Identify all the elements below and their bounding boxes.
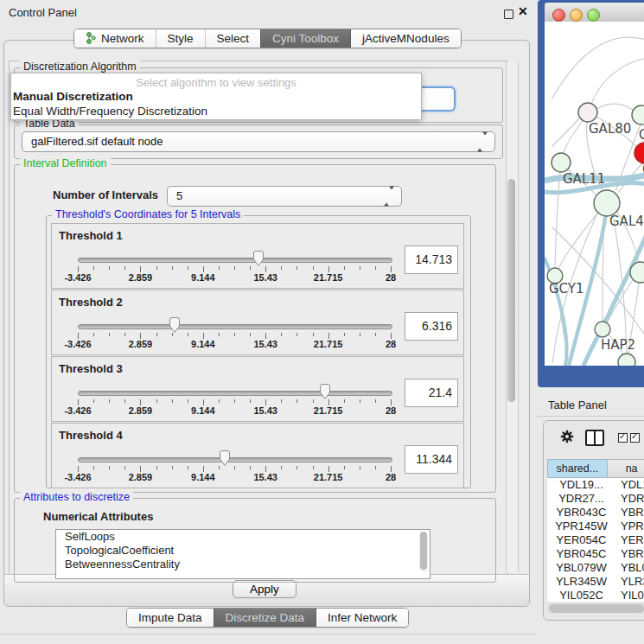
table-row[interactable]: YDL19...YDL1 [547,478,644,492]
table-header-row: shared...na [547,459,644,478]
zoom-traffic-icon[interactable] [587,9,600,22]
network-canvas[interactable]: GAL80GACGAL11GAL4GCY1HHAP2 [545,22,644,366]
table-row[interactable]: YLR345WYLR3 [547,575,644,589]
node-HAP2[interactable] [595,322,610,337]
panel-scrollbar[interactable] [506,61,519,572]
numerical-attributes-list[interactable]: SelfLoopsTopologicalCoefficientBetweenne… [55,529,430,579]
table-row[interactable]: YBR045CYBR0 [547,547,644,561]
major-tick [203,466,204,472]
attribute-item[interactable]: BetweennessCentrality [56,558,430,571]
tab-network[interactable]: Network [74,29,156,48]
tab-infer-network[interactable]: Infer Network [316,609,408,627]
threshold-label: Threshold 2 [59,296,123,309]
cell-name: YPR1 [615,520,644,533]
node-GAL80[interactable] [578,103,597,122]
major-tick [391,399,392,405]
edge[interactable] [555,171,560,268]
close-traffic-icon[interactable] [552,9,565,22]
minor-tick [250,466,251,469]
minor-tick [281,399,282,403]
slider-track[interactable] [78,457,392,462]
panel-scrollbar-thumb[interactable] [507,179,515,402]
algorithm-option-1[interactable]: Manual Discretization [13,90,133,103]
threshold-value-field[interactable]: 14.713 [405,245,458,274]
tick-label: -3.426 [64,405,91,416]
table-row[interactable]: YBL079WYBL0 [547,561,644,575]
stepper-icon [384,190,394,203]
tab-jactivemnodules[interactable]: jActiveMNodules [350,29,461,48]
minor-tick [172,399,173,403]
list-scrollbar[interactable] [419,532,428,571]
threshold-value-field[interactable]: 11.344 [405,445,458,474]
edge[interactable] [591,57,644,104]
major-tick [78,399,79,405]
slider-thumb[interactable] [218,450,232,467]
minor-tick [344,466,345,469]
minor-tick [172,266,173,270]
edge[interactable] [596,104,634,112]
edge[interactable] [563,116,586,154]
cell-name: YBR0 [615,506,644,520]
slider-thumb[interactable] [318,383,332,400]
attribute-item[interactable]: TopologicalCoefficient [56,544,430,558]
columns-icon[interactable] [585,430,604,446]
slider-track[interactable] [78,324,392,329]
gear-icon[interactable] [559,429,575,444]
table-row[interactable]: YBR043CYBR0 [547,506,644,520]
table-data-combo[interactable]: galFiltered.sif default node [22,131,495,152]
major-tick [391,466,392,472]
node-GAL11[interactable] [552,153,571,172]
slider-thumb[interactable] [168,316,182,334]
slider-track[interactable] [78,391,392,396]
major-tick [328,466,329,472]
network-graph: GAL80GACGAL11GAL4GCY1HHAP2 [545,22,644,366]
threshold-value-field[interactable]: 6.316 [405,312,458,341]
major-tick [140,266,141,272]
tick-label: 21.715 [314,272,343,283]
table-row[interactable]: YER054CYER0 [547,533,644,547]
slider-track[interactable] [78,258,392,263]
table-hscrollbar[interactable] [547,603,644,614]
minor-tick [360,266,360,270]
number-of-intervals-combo[interactable]: 5 [167,186,402,207]
tick-label: 28 [386,405,396,416]
minimize-traffic-icon[interactable] [570,9,583,22]
slider-thumb[interactable] [252,250,265,267]
tick-label: 9.144 [191,472,215,482]
tab-cyni-toolbox[interactable]: Cyni Toolbox [260,29,350,48]
minor-tick [109,266,110,270]
tab-style[interactable]: Style [156,29,205,48]
tab-discretize-data[interactable]: Discretize Data [214,609,316,627]
column-header-1[interactable]: shared... [547,459,608,478]
major-tick [391,266,392,272]
cell-shared-name: YBR043C [547,506,615,520]
major-tick [140,333,141,339]
table-row[interactable]: YDR27...YDR2 [547,492,644,506]
select-none-checkbox-icon[interactable]: ✓ [630,433,640,443]
network-icon [86,32,101,45]
tab-select[interactable]: Select [205,29,261,48]
column-header-2[interactable]: na [608,459,644,478]
tick-label: 2.859 [129,272,153,283]
node-bottom[interactable] [618,354,635,366]
network-window-titlebar[interactable] [545,3,644,22]
attribute-item[interactable]: SelfLoops [56,530,430,544]
tick-label: 9.144 [191,405,215,416]
select-all-checkbox-icon[interactable]: ✓ [618,433,628,443]
float-window-icon[interactable] [504,10,513,19]
minor-tick [188,333,188,336]
algorithm-option-2[interactable]: Equal Width/Frequency Discretization [13,105,207,118]
table-row[interactable]: YPR145WYPR1 [547,520,644,533]
close-icon[interactable]: ✕ [518,4,528,18]
cell-shared-name: YPR145W [547,520,615,533]
table-hscrollbar-thumb[interactable] [549,604,644,613]
minor-tick [344,399,345,403]
tab-impute-data[interactable]: Impute Data [127,609,214,627]
apply-button[interactable]: Apply [233,580,296,598]
node-top-right[interactable] [632,105,644,124]
threshold-value-field[interactable]: 21.4 [405,379,458,407]
edge[interactable] [552,118,579,147]
table-row[interactable]: YIL052CYIL0 [547,589,644,602]
cell-name: YLR3 [615,575,644,589]
node-GAL4[interactable] [594,190,620,216]
